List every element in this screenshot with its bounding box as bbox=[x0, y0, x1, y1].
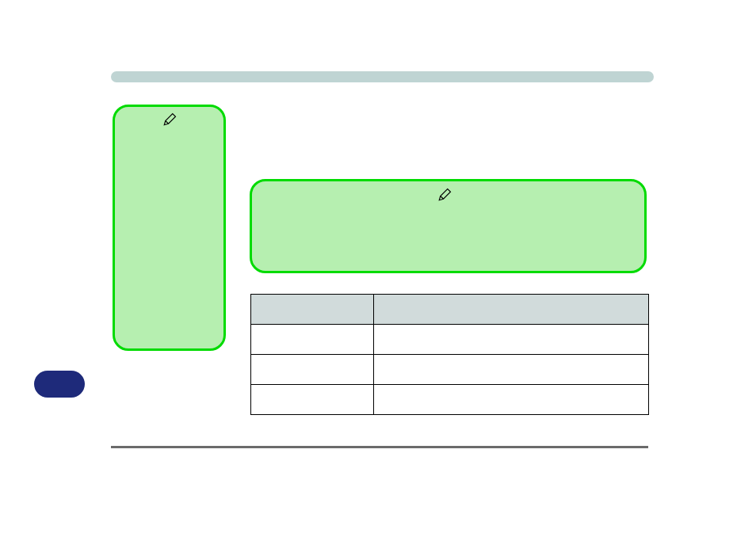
table-header-row bbox=[251, 295, 649, 325]
table-row bbox=[251, 385, 649, 415]
header-bar bbox=[111, 71, 654, 82]
table-cell bbox=[373, 355, 648, 385]
pen-icon bbox=[162, 112, 177, 127]
pen-icon bbox=[437, 188, 452, 202]
table-cell bbox=[373, 385, 648, 415]
page-badge bbox=[34, 371, 85, 398]
data-table bbox=[250, 294, 649, 415]
table-row bbox=[251, 355, 649, 385]
table-cell bbox=[251, 355, 374, 385]
note-box-left bbox=[113, 105, 226, 351]
table-cell bbox=[251, 385, 374, 415]
divider-line bbox=[111, 446, 648, 448]
table-cell bbox=[373, 325, 648, 355]
table-header-1 bbox=[251, 295, 374, 325]
table-cell bbox=[251, 325, 374, 355]
table-header-2 bbox=[373, 295, 648, 325]
table-row bbox=[251, 325, 649, 355]
